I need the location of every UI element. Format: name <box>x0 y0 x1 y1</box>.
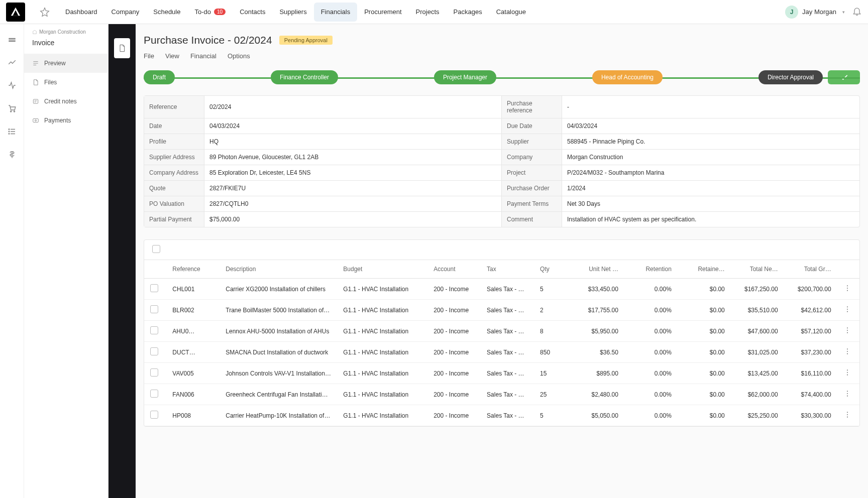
workflow-step-finance-controller[interactable]: Finance Controller <box>271 70 338 84</box>
user-menu[interactable]: J Jay Morgan ▾ <box>785 6 845 19</box>
workflow-step-project-manager[interactable]: Project Manager <box>434 70 496 84</box>
rail-list-icon[interactable] <box>6 126 18 138</box>
tab-options[interactable]: Options <box>228 52 250 60</box>
svg-point-19 <box>847 348 848 349</box>
notifications-icon[interactable] <box>852 6 862 18</box>
row-menu-icon[interactable] <box>837 384 859 405</box>
nav-catalogue[interactable]: Catalogue <box>489 3 533 22</box>
col-header[interactable]: Budget <box>337 260 427 279</box>
table-row[interactable]: CHL001Carrier XG2000 Installation of chi… <box>144 279 859 300</box>
nav-suppliers[interactable]: Suppliers <box>272 3 313 22</box>
detail-comment: CommentInstallation of HVAC system as pe… <box>502 212 859 227</box>
detail-purchase-reference: Purchase reference- <box>502 96 859 118</box>
svg-point-6 <box>9 134 10 135</box>
nav-to-do[interactable]: To-do10 <box>187 3 233 22</box>
svg-point-26 <box>847 393 848 394</box>
svg-point-14 <box>847 309 848 310</box>
col-header[interactable]: Description <box>220 260 337 279</box>
rail-trending-icon[interactable] <box>6 56 18 68</box>
sidebar-item-preview[interactable]: Preview <box>24 54 108 73</box>
row-checkbox[interactable] <box>150 368 158 377</box>
table-row[interactable]: DUCT…SMACNA Duct Installation of ductwor… <box>144 342 859 363</box>
app-logo[interactable] <box>6 3 25 22</box>
tab-view[interactable]: View <box>165 52 179 60</box>
svg-point-15 <box>847 311 848 312</box>
table-row[interactable]: HP008Carrier HeatPump-10K Installation o… <box>144 405 859 426</box>
sidebar-title: Invoice <box>24 35 108 54</box>
user-name: Jay Morgan <box>802 8 836 16</box>
col-header[interactable]: Total Ne… <box>731 260 784 279</box>
col-header[interactable]: Reference <box>166 260 220 279</box>
workflow-step-director-approval[interactable]: Director Approval <box>758 70 823 84</box>
detail-project: ProjectP/2024/M032 - Southampton Marina <box>502 165 859 181</box>
svg-point-22 <box>847 369 848 370</box>
breadcrumb[interactable]: Morgan Construction <box>24 24 108 35</box>
workflow-step-head-of-accounting[interactable]: Head of Accounting <box>592 70 663 84</box>
col-header[interactable] <box>837 260 859 279</box>
col-header[interactable]: Total Gr… <box>784 260 837 279</box>
svg-point-13 <box>847 306 848 307</box>
favorite-icon[interactable] <box>37 5 52 20</box>
col-header[interactable]: Tax <box>481 260 534 279</box>
detail-due-date: Due Date04/03/2024 <box>502 118 859 134</box>
detail-partial-payment: Partial Payment$75,000.00 <box>144 212 502 227</box>
col-header[interactable]: Unit Net … <box>571 260 624 279</box>
svg-point-20 <box>847 351 848 352</box>
svg-point-10 <box>847 285 848 286</box>
row-menu-icon[interactable] <box>837 363 859 384</box>
todo-badge: 10 <box>214 9 226 15</box>
tab-financial[interactable]: Financial <box>190 52 216 60</box>
detail-date: Date04/03/2024 <box>144 118 502 134</box>
row-menu-icon[interactable] <box>837 321 859 342</box>
table-row[interactable]: AHU0…Lennox AHU-5000 Installation of AHU… <box>144 321 859 342</box>
row-menu-icon[interactable] <box>837 405 859 426</box>
rail-activity-icon[interactable] <box>6 79 18 91</box>
table-row[interactable]: BLR002Trane BoilMaster 5000 Installation… <box>144 300 859 321</box>
row-checkbox[interactable] <box>150 411 158 419</box>
col-header[interactable]: Account <box>427 260 481 279</box>
detail-po-valuation: PO Valuation2827/CQTLH0 <box>144 196 502 212</box>
rail-cart-icon[interactable] <box>6 102 18 114</box>
nav-schedule[interactable]: Schedule <box>146 3 187 22</box>
nav-procurement[interactable]: Procurement <box>357 3 408 22</box>
nav-packages[interactable]: Packages <box>447 3 489 22</box>
svg-point-23 <box>847 372 848 373</box>
sidebar-item-payments[interactable]: Payments <box>24 111 108 130</box>
row-checkbox[interactable] <box>150 326 158 334</box>
svg-point-30 <box>847 417 848 418</box>
page-title: Purchase Invoice - 02/2024 <box>144 34 272 46</box>
detail-reference: Reference02/2024 <box>144 96 502 118</box>
nav-financials[interactable]: Financials <box>314 3 358 22</box>
rail-home-icon[interactable] <box>6 33 18 45</box>
sidebar-item-files[interactable]: Files <box>24 73 108 92</box>
detail-supplier-address: Supplier Address89 Photon Avenue, Glouce… <box>144 150 502 165</box>
sidebar-item-credit-notes[interactable]: Credit notes <box>24 92 108 111</box>
row-menu-icon[interactable] <box>837 342 859 363</box>
col-header[interactable]: Qty <box>534 260 571 279</box>
select-all-checkbox[interactable] <box>152 245 160 253</box>
col-header[interactable]: Retention <box>624 260 678 279</box>
row-checkbox[interactable] <box>150 390 158 398</box>
svg-rect-7 <box>33 99 38 103</box>
rail-finance-icon[interactable] <box>6 149 18 161</box>
col-header[interactable]: Retaine… <box>678 260 731 279</box>
row-menu-icon[interactable] <box>837 279 859 300</box>
document-thumbnail[interactable] <box>114 38 130 58</box>
row-menu-icon[interactable] <box>837 300 859 321</box>
tab-file[interactable]: File <box>144 52 154 60</box>
svg-point-29 <box>847 414 848 415</box>
col-header[interactable] <box>144 260 166 279</box>
nav-contacts[interactable]: Contacts <box>233 3 272 22</box>
nav-company[interactable]: Company <box>104 3 147 22</box>
nav-dashboard[interactable]: Dashboard <box>58 3 104 22</box>
table-row[interactable]: VAV005Johnson Controls VAV-V1 Installati… <box>144 363 859 384</box>
row-checkbox[interactable] <box>150 305 158 313</box>
svg-point-17 <box>847 330 848 331</box>
row-checkbox[interactable] <box>150 347 158 355</box>
row-checkbox[interactable] <box>150 284 158 292</box>
nav-projects[interactable]: Projects <box>409 3 447 22</box>
workflow-step-draft[interactable]: Draft <box>144 70 175 84</box>
svg-point-3 <box>14 111 15 112</box>
table-row[interactable]: FAN006Greenheck Centrifugal Fan Installa… <box>144 384 859 405</box>
svg-point-18 <box>847 332 848 333</box>
